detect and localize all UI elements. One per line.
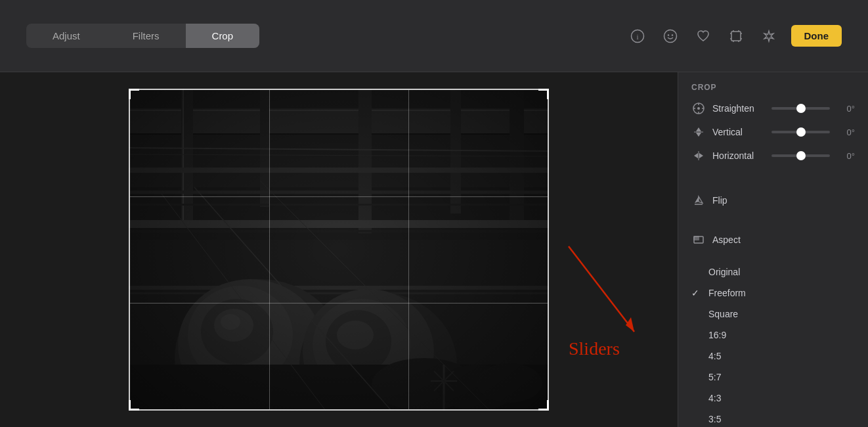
flip-row: Flip bbox=[691, 193, 855, 208]
svg-point-2 bbox=[664, 30, 676, 42]
aspect-label: Aspect bbox=[712, 235, 741, 245]
svg-marker-73 bbox=[695, 196, 699, 203]
svg-marker-70 bbox=[694, 153, 698, 158]
aspect-option-freeform[interactable]: ✓ Freeform bbox=[691, 282, 855, 303]
vertical-value: 0° bbox=[836, 127, 855, 137]
flip-icon bbox=[691, 193, 706, 208]
aspect-icon bbox=[691, 233, 706, 247]
straighten-label: Straighten bbox=[712, 103, 765, 114]
flip-label: Flip bbox=[712, 195, 727, 206]
crop-frame-icon-button[interactable] bbox=[726, 26, 747, 47]
horizontal-track[interactable] bbox=[771, 154, 830, 157]
section-title: CROP bbox=[691, 83, 855, 92]
done-button[interactable]: Done bbox=[791, 25, 842, 47]
svg-marker-68 bbox=[696, 133, 701, 137]
tab-filters[interactable]: Filters bbox=[106, 24, 186, 48]
toolbar: Adjust Filters Crop i bbox=[0, 0, 868, 72]
svg-point-4 bbox=[671, 34, 672, 35]
magic-icon-button[interactable] bbox=[758, 26, 779, 47]
horizontal-icon bbox=[691, 148, 706, 163]
straighten-track[interactable] bbox=[771, 107, 830, 110]
photo-container bbox=[129, 89, 549, 411]
horizontal-label: Horizontal bbox=[712, 150, 765, 161]
aspect-option-4x3[interactable]: 4:3 bbox=[691, 388, 855, 409]
aspect-row: Aspect bbox=[691, 233, 855, 247]
straighten-icon bbox=[691, 101, 706, 116]
info-icon-button[interactable]: i bbox=[627, 26, 648, 47]
svg-point-3 bbox=[667, 34, 668, 35]
aspect-option-3x5[interactable]: 3:5 bbox=[691, 409, 855, 427]
straighten-slider-row: Straighten 0° bbox=[691, 101, 855, 116]
crop-section: CROP Straighten bbox=[678, 72, 868, 183]
flip-section: Flip bbox=[678, 183, 868, 222]
main-area: Sliders CROP bbox=[0, 72, 868, 427]
svg-line-58 bbox=[569, 246, 634, 332]
svg-marker-71 bbox=[699, 153, 703, 158]
vertical-thumb[interactable] bbox=[796, 127, 806, 137]
tab-adjust[interactable]: Adjust bbox=[26, 24, 106, 48]
svg-marker-67 bbox=[696, 127, 701, 131]
vertical-slider-row: Vertical 0° bbox=[691, 125, 855, 139]
svg-rect-57 bbox=[129, 89, 549, 411]
aspect-option-4x5[interactable]: 4:5 bbox=[691, 346, 855, 367]
4x3-label: 4:3 bbox=[705, 393, 721, 403]
5x7-label: 5:7 bbox=[705, 372, 721, 382]
svg-rect-77 bbox=[693, 236, 699, 240]
svg-point-66 bbox=[697, 107, 700, 110]
vertical-label: Vertical bbox=[712, 127, 765, 137]
horizontal-value: 0° bbox=[836, 151, 855, 161]
original-label: Original bbox=[705, 267, 740, 277]
freeform-label: Freeform bbox=[705, 288, 746, 298]
3x5-label: 3:5 bbox=[705, 414, 721, 424]
heart-icon-button[interactable] bbox=[693, 26, 714, 47]
horizontal-thumb[interactable] bbox=[796, 151, 806, 160]
emoji-icon-button[interactable] bbox=[660, 26, 681, 47]
vertical-track[interactable] bbox=[771, 131, 830, 133]
right-panel: CROP Straighten bbox=[678, 72, 868, 427]
aspect-option-original[interactable]: Original bbox=[691, 261, 855, 282]
toolbar-actions: i bbox=[627, 25, 842, 47]
aspect-section: Aspect bbox=[678, 222, 868, 261]
aspect-option-square[interactable]: Square bbox=[691, 303, 855, 325]
svg-text:Sliders: Sliders bbox=[569, 338, 620, 359]
svg-rect-5 bbox=[731, 32, 741, 41]
tab-group: Adjust Filters Crop bbox=[26, 24, 259, 48]
straighten-thumb[interactable] bbox=[796, 104, 806, 113]
photo-area: Sliders bbox=[0, 72, 678, 427]
svg-marker-59 bbox=[626, 317, 634, 332]
straighten-value: 0° bbox=[836, 104, 855, 114]
svg-marker-74 bbox=[699, 196, 703, 203]
square-label: Square bbox=[705, 309, 738, 319]
aspect-options-list: Original ✓ Freeform Square 16:9 4:5 5:7 bbox=[678, 261, 868, 427]
tab-crop[interactable]: Crop bbox=[186, 24, 260, 48]
vertical-icon bbox=[691, 125, 706, 139]
horizontal-slider-row: Horizontal 0° bbox=[691, 148, 855, 163]
16x9-label: 16:9 bbox=[705, 330, 726, 340]
aspect-option-5x7[interactable]: 5:7 bbox=[691, 367, 855, 388]
aspect-option-16x9[interactable]: 16:9 bbox=[691, 325, 855, 346]
freeform-check: ✓ bbox=[691, 288, 705, 298]
4x5-label: 4:5 bbox=[705, 351, 721, 361]
svg-text:i: i bbox=[636, 32, 638, 40]
